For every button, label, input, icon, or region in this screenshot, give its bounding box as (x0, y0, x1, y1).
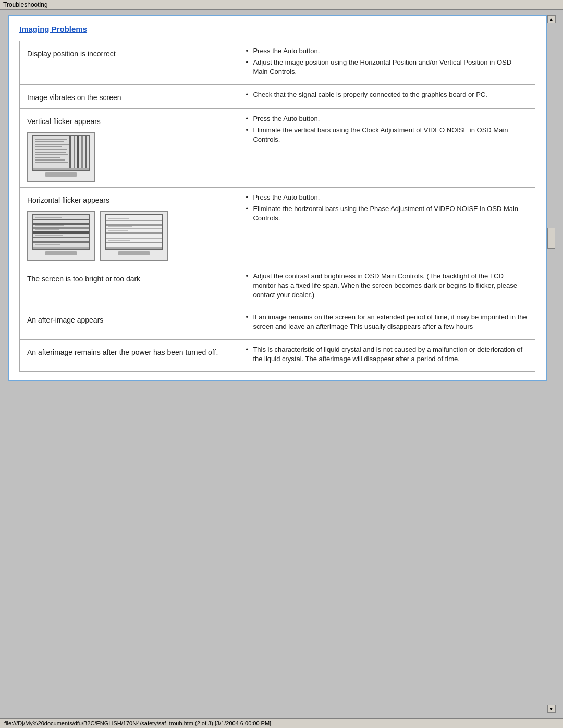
scrollbar[interactable]: ▲ ▼ (547, 15, 555, 713)
scroll-up-button[interactable]: ▲ (547, 15, 556, 23)
solution-item: Press the Auto button. (243, 114, 528, 124)
scroll-track[interactable] (547, 23, 555, 705)
problem-cell: Display position is incorrect (20, 41, 236, 85)
svg-rect-36 (106, 242, 163, 243)
svg-rect-5 (35, 149, 67, 150)
svg-rect-2 (35, 141, 64, 142)
monitor-base (45, 251, 77, 255)
solution-cell: Adjust the contrast and brightness in OS… (236, 266, 535, 307)
solution-cell: Check that the signal cable is properly … (236, 84, 535, 108)
solution-item: Press the Auto button. (243, 46, 528, 56)
solution-cell: Press the Auto button. Eliminate the hor… (236, 187, 535, 266)
svg-rect-12 (74, 136, 75, 171)
solution-cell: Press the Auto button. Eliminate the ver… (236, 108, 535, 187)
monitor-base (45, 172, 77, 177)
table-row: Vertical flicker appears (20, 108, 535, 187)
solution-cell: If an image remains on the screen for an… (236, 307, 535, 339)
svg-rect-24 (35, 217, 62, 218)
svg-rect-14 (81, 136, 83, 171)
page-heading: Imaging Problems (19, 24, 535, 33)
problem-cell: Image vibrates on the screen (20, 84, 236, 108)
scrollable-content: Imaging Problems Display position is inc… (8, 15, 547, 713)
problem-cell: An afterimage remains after the power ha… (20, 339, 236, 371)
monitor-base (118, 251, 150, 255)
flicker-svg (33, 136, 90, 171)
svg-rect-4 (35, 146, 62, 147)
problem-label: Image vibrates on the screen (27, 90, 228, 103)
solution-list: Press the Auto button. Eliminate the ver… (243, 114, 528, 145)
solution-item: Press the Auto button. (243, 193, 528, 202)
svg-rect-19 (33, 223, 90, 225)
svg-rect-7 (35, 154, 68, 155)
frame-wrapper: Imaging Problems Display position is inc… (8, 15, 555, 713)
main-area: Imaging Problems Display position is inc… (0, 10, 563, 718)
content-frame: Imaging Problems Display position is inc… (8, 15, 547, 381)
table-row: Image vibrates on the screen Check that … (20, 84, 535, 108)
monitor-illustration-2 (100, 211, 168, 261)
svg-rect-22 (33, 237, 90, 238)
solution-list: If an image remains on the screen for an… (243, 313, 528, 331)
solution-item: If an image remains on the screen for an… (243, 313, 528, 331)
problem-label: Horizontal flicker appears (27, 193, 228, 206)
solution-cell: Press the Auto button. Adjust the image … (236, 41, 535, 85)
problems-table: Display position is incorrect Press the … (19, 41, 535, 372)
solution-cell: This is characteristic of liquid crystal… (236, 339, 535, 371)
solution-item: This is characteristic of liquid crystal… (243, 345, 528, 364)
svg-rect-31 (106, 220, 163, 221)
problem-cell: Vertical flicker appears (20, 108, 236, 187)
svg-rect-33 (106, 228, 163, 229)
solution-item: Adjust the contrast and brightness in OS… (243, 272, 528, 300)
svg-rect-37 (108, 218, 129, 219)
solution-list: This is characteristic of liquid crystal… (243, 345, 528, 364)
problem-cell: An after-image appears (20, 307, 236, 339)
scroll-thumb[interactable] (547, 228, 555, 249)
status-bar: file:///D|/My%20documents/dfu/B2C/ENGLIS… (0, 718, 563, 728)
problem-label: Display position is incorrect (27, 46, 228, 59)
svg-rect-25 (35, 225, 64, 226)
svg-rect-41 (106, 247, 163, 250)
solution-item: Eliminate the horizontal bars using the … (243, 204, 528, 223)
svg-rect-26 (35, 229, 59, 230)
table-row: The screen is too bright or too dark Adj… (20, 266, 535, 307)
problem-cell: The screen is too bright or too dark (20, 266, 236, 307)
svg-rect-35 (106, 238, 163, 239)
svg-rect-11 (69, 136, 71, 171)
svg-rect-13 (77, 136, 79, 171)
table-row: Display position is incorrect Press the … (20, 41, 535, 85)
svg-rect-9 (35, 159, 65, 161)
hflicker-svg (33, 215, 90, 250)
svg-rect-29 (33, 247, 90, 250)
svg-rect-15 (85, 136, 87, 171)
svg-rect-23 (33, 241, 90, 243)
svg-rect-40 (108, 240, 130, 241)
svg-rect-8 (35, 157, 60, 158)
image-container (27, 132, 228, 182)
svg-rect-32 (106, 224, 163, 226)
top-bar: Troubleshooting (0, 0, 563, 10)
table-row: An afterimage remains after the power ha… (20, 339, 535, 371)
image-container (27, 211, 228, 261)
svg-rect-18 (33, 219, 90, 220)
problem-label: The screen is too bright or too dark (27, 272, 228, 285)
scroll-down-button[interactable]: ▼ (547, 705, 556, 713)
svg-rect-34 (106, 232, 163, 234)
monitor-screen (32, 135, 90, 171)
svg-rect-6 (35, 152, 66, 153)
solution-item: Check that the signal cable is properly … (243, 90, 528, 100)
solution-item: Adjust the image position using the Hori… (243, 58, 528, 77)
monitor-screen (105, 214, 163, 250)
solution-list: Check that the signal cable is properly … (243, 90, 528, 100)
problem-label: Vertical flicker appears (27, 114, 228, 127)
solution-list: Press the Auto button. Eliminate the hor… (243, 193, 528, 224)
solution-item: Eliminate the vertical bars using the Cl… (243, 126, 528, 144)
monitor-illustration (27, 132, 95, 182)
svg-rect-38 (108, 226, 132, 227)
svg-rect-27 (35, 235, 63, 236)
svg-rect-10 (35, 162, 68, 163)
svg-rect-28 (35, 244, 60, 245)
problem-cell: Horizontal flicker appears (20, 187, 236, 266)
svg-rect-39 (108, 230, 128, 231)
monitor-screen (32, 214, 90, 250)
top-bar-title: Troubleshooting (3, 1, 48, 8)
hflicker-svg-2 (106, 215, 163, 250)
